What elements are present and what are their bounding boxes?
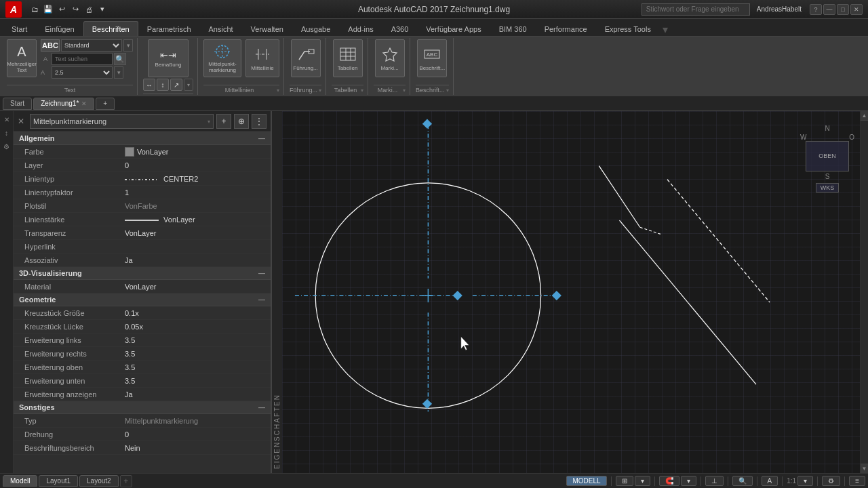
zoom-btn[interactable]: 🔍: [732, 476, 753, 486]
abc-button[interactable]: ABC: [41, 39, 60, 52]
properties-options-button[interactable]: ⋮: [252, 114, 267, 129]
scroll-down-button[interactable]: ▼: [861, 464, 869, 473]
tabellen-button[interactable]: Tabellen: [333, 39, 363, 77]
properties-add-button[interactable]: +: [216, 114, 231, 129]
section-geometrie-header[interactable]: Geometrie —: [14, 293, 271, 306]
panel-führung-expand[interactable]: ▾: [319, 87, 321, 94]
tab-performance[interactable]: Performance: [536, 21, 596, 36]
layout-tab-layout2[interactable]: Layout2: [79, 475, 119, 487]
tab-verfügbare-apps[interactable]: Verfügbare Apps: [417, 21, 490, 36]
grid-btn[interactable]: ⊞: [616, 476, 633, 486]
icon-bar-btn1[interactable]: ✕: [1, 114, 12, 125]
scroll-up-button[interactable]: ▲: [861, 111, 869, 121]
icon-bar-btn2[interactable]: ↕: [1, 127, 12, 138]
navcube-body[interactable]: OBEN: [806, 141, 849, 171]
tab-ausgabe[interactable]: Ausgabe: [292, 21, 339, 36]
bemaßung-sub2[interactable]: ↕: [157, 79, 169, 91]
mittelpunkt-button[interactable]: Mittelpunkt-markierung: [203, 39, 241, 77]
ortho-btn[interactable]: ⊥: [705, 476, 724, 486]
panel-beschriftung-expand[interactable]: ▾: [446, 87, 449, 94]
qat-print[interactable]: 🖨: [83, 3, 95, 16]
tab-a360[interactable]: A360: [382, 21, 418, 36]
qat-open[interactable]: 🗂: [28, 3, 41, 16]
minimize-button[interactable]: —: [823, 4, 835, 15]
bemaßung-sub3[interactable]: ↗: [170, 79, 182, 91]
section-allgemein-header[interactable]: Allgemein —: [14, 132, 271, 145]
prop-assoziativ-value[interactable]: Ja: [122, 255, 271, 266]
prop-erw-unten-value[interactable]: 3.5: [122, 375, 271, 386]
prop-beschriftungsbereich-value[interactable]: Nein: [122, 443, 271, 453]
tab-express-tools[interactable]: Express Tools: [596, 21, 660, 36]
prop-erw-anzeigen-value[interactable]: Ja: [122, 389, 271, 400]
doc-tab-drawing[interactable]: Zeichnung1* ✕: [33, 98, 94, 110]
text-search-button[interactable]: 🔍: [114, 53, 126, 65]
prop-layer-value[interactable]: 0: [122, 160, 271, 171]
text-size-dropdown[interactable]: ▾: [114, 66, 123, 79]
help-button[interactable]: ?: [810, 4, 822, 15]
markierung-button[interactable]: Marki...: [375, 39, 405, 77]
layout-tab-modell[interactable]: Modell: [3, 475, 37, 487]
section-allgemein-collapse[interactable]: —: [258, 135, 265, 142]
scale-dropdown[interactable]: ▾: [797, 476, 813, 486]
bemaßung-sub1[interactable]: ↔: [143, 79, 155, 91]
mittellinie-button[interactable]: Mittellinie: [245, 39, 279, 77]
annotation-btn[interactable]: A: [762, 476, 778, 486]
qat-undo[interactable]: ↩: [56, 3, 68, 16]
status-modell-btn[interactable]: MODELL: [566, 476, 606, 486]
text-search-input[interactable]: [52, 53, 113, 65]
mehrzeiliger-text-button[interactable]: A MehrzeiligerText: [7, 39, 37, 77]
tab-beschriften[interactable]: Beschriften: [83, 21, 138, 36]
vertical-scrollbar[interactable]: ▲ ▼: [860, 111, 868, 473]
section-3d-header[interactable]: 3D-Visualisierung —: [14, 267, 271, 280]
section-sonstiges-header[interactable]: Sonstiges —: [14, 401, 271, 414]
properties-type-select[interactable]: Mittelpunktmarkierung ▾: [30, 114, 214, 129]
prop-kreuz-größe-value[interactable]: 0.1x: [122, 308, 271, 319]
bemaßung-dropdown[interactable]: ▾: [184, 79, 193, 91]
prop-erw-oben-value[interactable]: 3.5: [122, 362, 271, 373]
prop-erw-rechts-value[interactable]: 3.5: [122, 348, 271, 359]
qat-redo[interactable]: ↪: [69, 3, 81, 16]
maximize-button[interactable]: □: [837, 4, 849, 15]
properties-close-button[interactable]: ✕: [18, 117, 24, 126]
grid-dropdown[interactable]: ▾: [635, 476, 650, 486]
section-geometrie-collapse[interactable]: —: [258, 296, 265, 304]
icon-bar-btn3[interactable]: ⚙: [1, 141, 12, 152]
prop-linienstärke-value[interactable]: VonLayer: [122, 214, 271, 225]
wks-badge[interactable]: WKS: [816, 183, 840, 192]
doc-tab-add[interactable]: +: [96, 98, 115, 110]
beschriftung-button[interactable]: ABC Beschrift...: [417, 39, 447, 77]
properties-select-button[interactable]: ⊕: [234, 114, 249, 129]
text-style-dropdown[interactable]: ▾: [123, 39, 133, 52]
führung-button[interactable]: Führung...: [291, 39, 321, 77]
text-size-select[interactable]: 2.5: [52, 66, 113, 79]
tab-verwalten[interactable]: Verwalten: [242, 21, 292, 36]
panel-mittellinien-expand[interactable]: ▾: [277, 87, 279, 94]
canvas-area[interactable]: N W O OBEN S WKS ▲ ▼: [282, 111, 868, 473]
tab-einfügen[interactable]: Einfügen: [36, 21, 83, 36]
layout-tab-layout1[interactable]: Layout1: [39, 475, 78, 487]
snap-btn[interactable]: 🧲: [659, 476, 679, 486]
tab-bim360[interactable]: BIM 360: [490, 21, 536, 36]
prop-drehung-value[interactable]: 0: [122, 429, 271, 440]
prop-erw-links-value[interactable]: 3.5: [122, 335, 271, 346]
prop-linientypfaktor-value[interactable]: 1: [122, 187, 271, 198]
snap-dropdown[interactable]: ▾: [681, 476, 696, 486]
settings-btn[interactable]: ≡: [849, 476, 865, 486]
search-input[interactable]: [642, 3, 750, 16]
doc-tab-start[interactable]: Start: [3, 98, 32, 110]
text-style-select[interactable]: Standard: [61, 39, 122, 52]
workspace-btn[interactable]: ⚙: [822, 476, 840, 486]
tab-ansicht[interactable]: Ansicht: [200, 21, 242, 36]
section-sonstiges-collapse[interactable]: —: [258, 404, 265, 411]
bemaßung-button[interactable]: ⇤⇥ Bemaßung: [148, 39, 189, 77]
section-3d-collapse[interactable]: —: [258, 270, 265, 277]
tab-expand-button[interactable]: ▾: [663, 23, 668, 36]
prop-material-value[interactable]: VonLayer: [122, 281, 271, 292]
panel-markierung-expand[interactable]: ▾: [403, 87, 406, 94]
qat-save[interactable]: 💾: [42, 3, 54, 16]
prop-linientyp-value[interactable]: CENTER2: [122, 174, 271, 184]
prop-kreuz-lücke-value[interactable]: 0.05x: [122, 321, 271, 332]
tab-addins[interactable]: Add-ins: [339, 21, 382, 36]
panel-tabellen-expand[interactable]: ▾: [361, 87, 363, 94]
close-button[interactable]: ✕: [850, 4, 863, 15]
